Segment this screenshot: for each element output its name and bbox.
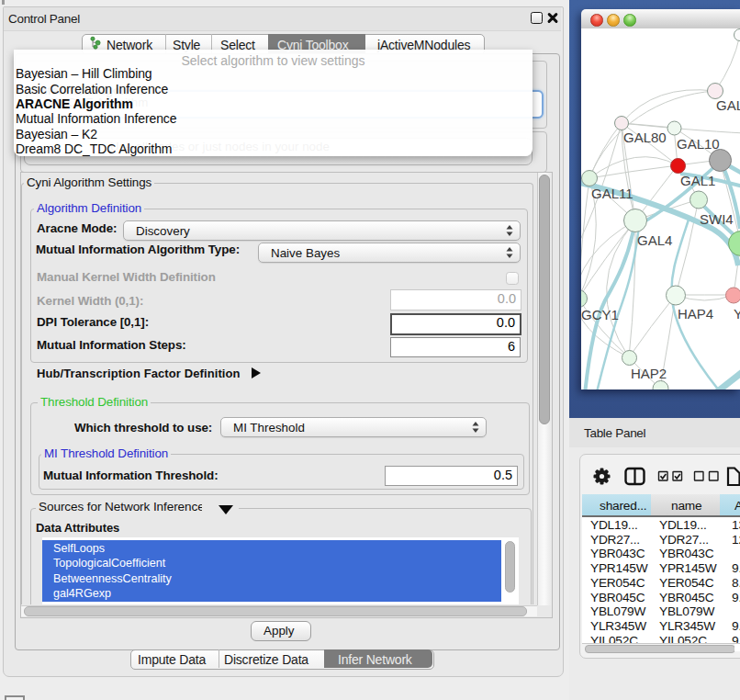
svg-text:GCY1: GCY1 <box>581 307 619 322</box>
svg-text:GAL80: GAL80 <box>623 130 667 145</box>
svg-text:GAL7: GAL7 <box>716 97 740 113</box>
svg-text:HAP2: HAP2 <box>631 366 667 381</box>
svg-text:GAL10: GAL10 <box>677 136 720 152</box>
svg-text:SWI4: SWI4 <box>700 211 734 227</box>
svg-text:Y: Y <box>734 306 740 322</box>
svg-text:GAL1: GAL1 <box>680 173 715 188</box>
svg-text:GAL11: GAL11 <box>591 186 633 201</box>
svg-text:GAL4: GAL4 <box>637 232 672 248</box>
svg-text:HAP4: HAP4 <box>678 306 713 322</box>
